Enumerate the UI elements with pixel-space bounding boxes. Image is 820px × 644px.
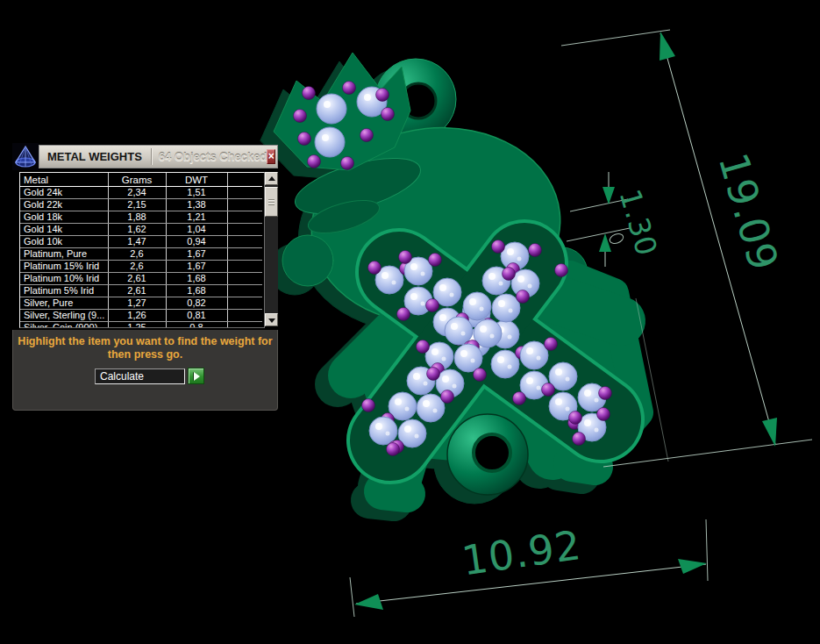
dwt-cell[interactable]: 1,68 <box>166 273 227 285</box>
bottom-ring <box>447 414 528 495</box>
up-arrow-icon <box>268 176 275 181</box>
arrowhead-up <box>660 32 675 61</box>
dimension-label: 1.30 <box>613 185 665 260</box>
table-row[interactable]: Gold 22k2,151,38 <box>20 199 262 211</box>
cone-gem-icon <box>12 143 39 170</box>
grams-cell[interactable]: 1,62 <box>108 224 166 236</box>
grams-cell[interactable]: 2,34 <box>108 187 166 199</box>
empty-cell[interactable] <box>227 261 262 273</box>
table-row[interactable]: Platinum 5% Irid2,611,68 <box>20 285 262 297</box>
grams-cell[interactable]: 2,15 <box>108 199 166 211</box>
empty-cell[interactable] <box>227 187 262 199</box>
table-row[interactable]: Silver, Coin (900)1,250,8 <box>20 322 262 329</box>
down-arrow-icon <box>268 318 275 323</box>
metal-name-cell[interactable]: Platinum 10% Irid <box>20 273 108 285</box>
vertical-scrollbar[interactable] <box>265 172 278 326</box>
grams-cell[interactable]: 1,88 <box>108 211 166 224</box>
grams-cell[interactable]: 1,25 <box>108 322 166 329</box>
dwt-cell[interactable]: 1,67 <box>166 261 227 273</box>
dwt-cell[interactable]: 1,68 <box>166 285 227 297</box>
scroll-down-button[interactable] <box>265 313 278 326</box>
metal-name-cell[interactable]: Silver, Pure <box>20 297 108 310</box>
arrowhead-down <box>603 187 615 204</box>
app-icon <box>12 143 39 170</box>
table-row[interactable]: Gold 18k1,881,21 <box>20 211 262 224</box>
empty-cell[interactable] <box>227 310 262 322</box>
close-icon: × <box>268 150 275 162</box>
grams-cell[interactable]: 1,27 <box>108 297 166 310</box>
metal-name-cell[interactable]: Gold 18k <box>20 211 108 224</box>
metal-name-cell[interactable]: Platinum, Pure <box>20 248 108 261</box>
empty-cell[interactable] <box>227 199 262 211</box>
dwt-cell[interactable]: 1,51 <box>166 187 227 199</box>
metal-name-cell[interactable]: Gold 14k <box>20 224 108 236</box>
dwt-cell[interactable]: 1,67 <box>166 248 227 261</box>
action-select[interactable]: Calculate <box>95 369 185 384</box>
empty-cell[interactable] <box>227 273 262 285</box>
empty-cell[interactable] <box>227 285 262 297</box>
table-row[interactable]: Platinum 15% Irid2,61,67 <box>20 261 262 273</box>
metal-weights-dialog: METAL WEIGHTS 64 Objects Checked × Metal… <box>12 143 278 411</box>
dialog-title: METAL WEIGHTS <box>39 150 142 163</box>
column-header-empty[interactable] <box>227 173 262 187</box>
column-header-grams[interactable]: Grams <box>108 173 166 187</box>
dwt-cell[interactable]: 1,04 <box>166 224 227 236</box>
instruction-text: Highlight the item you want to find the … <box>13 335 277 361</box>
dwt-cell[interactable]: 0,82 <box>166 297 227 310</box>
column-header-metal[interactable]: Metal <box>20 173 108 187</box>
empty-cell[interactable] <box>227 322 262 329</box>
dialog-titlebar[interactable]: METAL WEIGHTS 64 Objects Checked × <box>39 145 278 168</box>
dwt-cell[interactable]: 0,94 <box>166 236 227 248</box>
column-header-dwt[interactable]: DWT <box>166 173 227 187</box>
table-row[interactable]: Silver, Sterling (9...1,260,81 <box>20 310 262 322</box>
titlebar-divider <box>151 148 153 165</box>
application-window: 19.09 1.30 10.92 <box>0 0 820 644</box>
grams-cell[interactable]: 1,47 <box>108 236 166 248</box>
dimension-label: 10.92 <box>459 521 584 584</box>
grams-cell[interactable]: 2,61 <box>108 285 166 297</box>
metal-name-cell[interactable]: Platinum 15% Irid <box>20 261 108 273</box>
dimension-pendant-height: 19.09 <box>660 32 788 447</box>
arrowhead-up <box>599 233 611 252</box>
empty-cell[interactable] <box>227 297 262 310</box>
empty-cell[interactable] <box>227 236 262 248</box>
pendant-model[interactable] <box>260 53 638 504</box>
metal-name-cell[interactable]: Gold 22k <box>20 199 108 211</box>
table-row[interactable]: Gold 10k1,470,94 <box>20 236 262 248</box>
scrollbar-thumb[interactable] <box>265 187 278 217</box>
dwt-cell[interactable]: 0,81 <box>166 310 227 322</box>
go-button[interactable] <box>188 368 204 384</box>
table-row[interactable]: Platinum, Pure2,61,67 <box>20 248 262 261</box>
dwt-cell[interactable]: 0,8 <box>166 322 227 329</box>
table-header-row: Metal Grams DWT <box>20 173 262 187</box>
empty-cell[interactable] <box>227 211 262 224</box>
empty-cell[interactable] <box>227 224 262 236</box>
dialog-footer-panel: Highlight the item you want to find the … <box>12 330 278 411</box>
table-row[interactable]: Gold 24k2,341,51 <box>20 187 262 199</box>
close-button[interactable]: × <box>267 149 275 164</box>
grams-cell[interactable]: 1,26 <box>108 310 166 322</box>
dwt-cell[interactable]: 1,38 <box>166 199 227 211</box>
instruction-line2: then press go. <box>13 348 277 361</box>
table-row[interactable]: Platinum 10% Irid2,611,68 <box>20 273 262 285</box>
empty-cell[interactable] <box>227 248 262 261</box>
table-row[interactable]: Gold 14k1,621,04 <box>20 224 262 236</box>
grams-cell[interactable]: 2,6 <box>108 261 166 273</box>
scroll-up-button[interactable] <box>265 172 278 185</box>
dimension-pendant-width: 10.92 <box>354 521 707 610</box>
metal-name-cell[interactable]: Silver, Sterling (9... <box>20 310 108 322</box>
dimension-brim-thickness: 1.30 <box>599 172 664 267</box>
metal-name-cell[interactable]: Platinum 5% Irid <box>20 285 108 297</box>
dimension-label: 19.09 <box>709 147 788 275</box>
table-row[interactable]: Silver, Pure1,270,82 <box>20 297 262 310</box>
dwt-cell[interactable]: 1,21 <box>166 211 227 224</box>
objects-checked-status: 64 Objects Checked <box>159 150 267 163</box>
grams-cell[interactable]: 2,6 <box>108 248 166 261</box>
dialog-body: Metal Grams DWT Gold 24k2,341,51Gold 22k… <box>12 170 278 330</box>
arrowhead-down <box>762 418 777 447</box>
metal-name-cell[interactable]: Gold 10k <box>20 236 108 248</box>
metal-name-cell[interactable]: Gold 24k <box>20 187 108 199</box>
metal-name-cell[interactable]: Silver, Coin (900) <box>20 322 108 329</box>
arrowhead-right <box>678 559 707 574</box>
grams-cell[interactable]: 2,61 <box>108 273 166 285</box>
